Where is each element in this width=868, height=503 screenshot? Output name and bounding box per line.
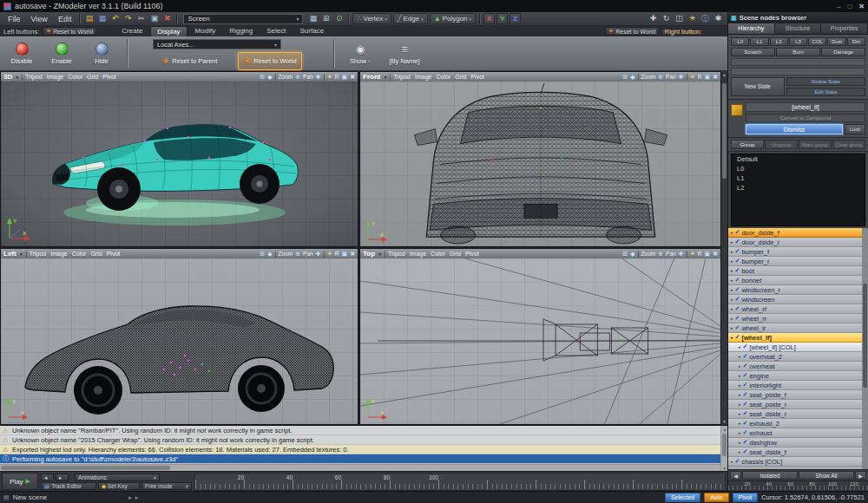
screen-dropdown[interactable]: Screen ▾ (183, 14, 303, 24)
viewport-name[interactable]: Front (363, 73, 380, 81)
rotate-tool-icon[interactable]: ↻ (660, 13, 673, 24)
tree-expand-icon[interactable]: ▸ (739, 373, 741, 378)
tree-item[interactable]: ▸ ✓ boot (728, 266, 862, 276)
panel-tab[interactable]: Structure (775, 23, 822, 34)
viewport-scrollbar[interactable]: ▲ ▼ (721, 71, 727, 425)
viewport-left-canvas[interactable]: YX (1, 258, 358, 424)
maximize-viewport-icon[interactable]: ▣ (342, 74, 348, 81)
tree-expand-icon[interactable]: ▸ (739, 354, 741, 359)
ribbon-tab[interactable]: Display (150, 26, 187, 36)
tree-checkbox-icon[interactable]: ✓ (735, 267, 740, 274)
tree-scrollbar[interactable] (862, 228, 868, 469)
tree-expand-icon[interactable]: ▸ (731, 459, 733, 464)
tree-checkbox-icon[interactable]: ✓ (735, 334, 740, 341)
zoom-label[interactable]: Zoom (641, 251, 656, 257)
tree-item[interactable]: ▸ ✓ seat_dside_r (728, 409, 862, 419)
redo-icon[interactable]: ↷ (122, 13, 135, 24)
play-button[interactable]: Play ▶ (2, 473, 38, 490)
viewport-option-link[interactable]: Tripod (30, 251, 47, 257)
scrollbar-thumb[interactable] (722, 83, 727, 179)
close-viewport-icon[interactable]: ✖ (713, 251, 718, 258)
viewport-option-link[interactable]: Image (50, 251, 67, 257)
y-axis-toggle[interactable]: Y (496, 13, 508, 24)
maximize-viewport-icon[interactable]: ▣ (342, 251, 348, 258)
viewport-option-link[interactable]: Color (68, 74, 82, 80)
tree-expand-icon[interactable]: ▸ (739, 449, 741, 454)
step-forward-button[interactable]: ▸ (56, 474, 69, 481)
tree-item[interactable]: ▸ ✓ seat_pside_r (728, 400, 862, 409)
viewport-option-link[interactable]: Color (431, 251, 445, 257)
left-reset-to-world-button[interactable]: ✳ Reset to World (43, 27, 96, 36)
tree-expand-icon[interactable]: ▸ (739, 382, 741, 388)
tree-expand-icon[interactable]: ▸ (739, 402, 741, 407)
cut-icon[interactable]: ✂ (135, 13, 148, 24)
viewport-name[interactable]: Left (3, 250, 16, 258)
tree-checkbox-icon[interactable]: ✓ (735, 258, 740, 265)
tree-expand-icon[interactable]: ▸ (739, 344, 741, 349)
group-button[interactable]: Clear group (832, 140, 865, 149)
tree-expand-icon[interactable]: ▸ (731, 335, 733, 340)
viewport-layout-icon[interactable]: ⊞ (260, 251, 265, 258)
tree-checkbox-icon[interactable]: ✓ (743, 343, 748, 350)
save-icon[interactable]: ▦ (95, 13, 108, 24)
viewport-option-link[interactable]: Pivot (102, 74, 116, 80)
tree-item[interactable]: ▸ ✓ bonnet (728, 276, 862, 285)
auto-mode-badge[interactable]: Auto (704, 493, 728, 502)
state-button[interactable]: L3 (789, 37, 807, 46)
menu-item[interactable]: File (3, 15, 26, 23)
viewport-option-link[interactable]: Pivot (465, 251, 479, 257)
sun-icon[interactable]: ☀ (327, 251, 332, 258)
local-axes-dropdown[interactable]: Local Axes... ▾ (153, 39, 281, 49)
ribbon-tab[interactable]: Modify (189, 26, 222, 36)
tree-checkbox-icon[interactable]: ✓ (743, 353, 748, 360)
edge-mode-button[interactable]: ╱Edge▾ (393, 13, 428, 24)
enable-button[interactable]: Enable (42, 38, 82, 69)
tree-checkbox-icon[interactable]: ✓ (735, 296, 740, 303)
tree-checkbox-icon[interactable]: ✓ (743, 448, 748, 455)
tree-expand-icon[interactable]: ▸ (739, 411, 741, 416)
state-button[interactable]: L1 (750, 37, 768, 46)
tree-item[interactable]: ▸ ✓ bumper_f (728, 247, 862, 257)
viewport-option-link[interactable]: Grid (90, 251, 102, 257)
state-button[interactable]: L2 (770, 37, 788, 46)
disable-button[interactable]: Disable (2, 38, 42, 69)
tree-item[interactable]: ▸ ✓ seat_dside_f (728, 447, 862, 457)
viewport-layout-icon[interactable]: ⊞ (622, 251, 628, 258)
sun-icon[interactable]: ☀ (327, 74, 332, 81)
minimize-icon[interactable]: – (837, 3, 840, 10)
chevron-down-icon[interactable]: ▼ (15, 75, 19, 80)
scroll-down-icon[interactable]: ▼ (721, 418, 727, 425)
viewport-option-link[interactable]: Color (436, 74, 450, 80)
pan-label[interactable]: Pan (666, 251, 676, 257)
state-button[interactable]: Dust (827, 37, 845, 46)
set-key-button[interactable]: ◆ Set Key (98, 482, 140, 490)
by-name-button[interactable]: ≡ [By Name] (382, 38, 427, 69)
dismiss-button[interactable]: Dismiss (746, 124, 843, 134)
log-message[interactable]: Unknown object name "Rambar/PIT". Using … (0, 426, 727, 435)
pan-icon[interactable]: ✚ (316, 251, 321, 258)
render-mode-icon[interactable]: R (698, 74, 702, 80)
tree-checkbox-icon[interactable]: ✓ (735, 324, 740, 331)
tree-checkbox-icon[interactable]: ✓ (743, 429, 748, 436)
lock-button[interactable]: Lock (845, 124, 865, 134)
viewport-option-link[interactable]: Tripod (393, 74, 411, 80)
tree-item[interactable]: ▸ ✓ dashglow (728, 438, 862, 447)
show-button[interactable]: ◉ Show ▾ (340, 38, 380, 69)
zoom-icon[interactable]: ⊕ (658, 251, 663, 258)
tree-expand-icon[interactable]: ▸ (731, 230, 733, 235)
ribbon-tab[interactable]: Create (115, 26, 148, 36)
zoom-icon[interactable]: ⊕ (295, 251, 300, 258)
snap-toggle-icon[interactable]: ⊞ (319, 13, 332, 24)
viewport-option-link[interactable]: Tripod (388, 251, 405, 257)
tree-checkbox-icon[interactable]: ✓ (735, 229, 740, 236)
tree-expand-icon[interactable]: ▸ (731, 239, 733, 245)
ribbon-tab[interactable]: Rigging (223, 26, 259, 36)
viewport-option-link[interactable]: Image (410, 251, 426, 257)
track-editor-button[interactable]: ▤ Track Editor (41, 482, 96, 490)
viewport-layout-icon[interactable]: ⊞ (622, 74, 628, 81)
tree-checkbox-icon[interactable]: ✓ (743, 439, 748, 446)
open-folder-icon[interactable]: ▤ (82, 13, 95, 24)
tree-item[interactable]: ▸ ✓ door_dside_f (728, 228, 862, 238)
tree-expand-icon[interactable]: ▸ (739, 421, 741, 426)
scrollbar-thumb[interactable] (863, 284, 867, 388)
